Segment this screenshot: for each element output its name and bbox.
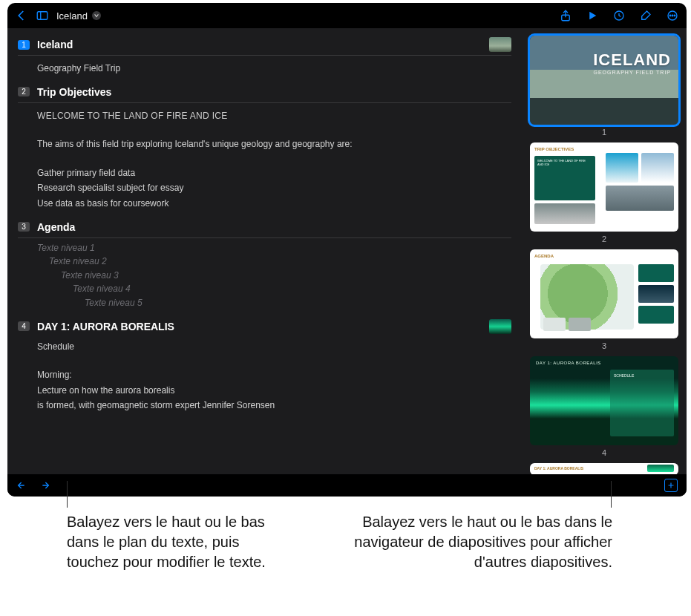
- thumb-line: WELCOME TO THE LAND OF FIRE AND ICE: [534, 156, 595, 169]
- nav-slide-number: 2: [602, 235, 606, 243]
- outline-body-line[interactable]: Lecture on how the aurora borealis: [37, 384, 511, 398]
- svg-marker-3: [589, 12, 596, 20]
- outline-body-line[interactable]: Morning:: [37, 368, 511, 382]
- outline-body-line[interactable]: Gather primary field data: [37, 166, 511, 180]
- callout-right: Balayez vers le haut ou le bas dans le n…: [330, 512, 612, 572]
- slide-number-badge: 1: [18, 40, 30, 50]
- sidebar-icon[interactable]: [36, 9, 49, 22]
- document-title-text: Iceland: [56, 10, 88, 22]
- slide-title[interactable]: DAY 1: AURORA BOREALIS: [37, 321, 174, 332]
- thumb-subtitle: GEOGRAPHY FIELD TRIP: [593, 70, 671, 75]
- svg-point-6: [669, 15, 671, 16]
- play-icon[interactable]: [586, 9, 599, 22]
- nav-slide-number: 4: [602, 448, 606, 457]
- toolbar: Iceland: [7, 3, 687, 28]
- outline-slide-3[interactable]: 3 Agenda Texte niveau 1 Texte niveau 2 T…: [18, 221, 511, 310]
- outline-slide-2[interactable]: 2 Trip Objectives WELCOME TO THE LAND OF…: [18, 86, 511, 211]
- outline-body-line[interactable]: Research specialist subject for essay: [37, 181, 511, 195]
- nav-slide-5[interactable]: DAY 1: AURORA BOREALIS: [529, 463, 679, 474]
- add-slide-button[interactable]: [664, 479, 678, 492]
- bottom-bar: [7, 474, 687, 497]
- outline-body-line[interactable]: Schedule: [37, 340, 511, 354]
- outline-body-line[interactable]: WELCOME TO THE LAND OF FIRE AND ICE: [37, 109, 511, 123]
- placeholder-level-4[interactable]: Texte niveau 4: [37, 282, 511, 296]
- nav-thumb[interactable]: TRIP OBJECTIVES WELCOME TO THE LAND OF F…: [530, 142, 678, 232]
- thumb-title: TRIP OBJECTIVES: [534, 147, 674, 151]
- slide-number-badge: 3: [18, 222, 30, 232]
- outline-body-line[interactable]: Use data as basis for coursework: [37, 197, 511, 211]
- nav-slide-3[interactable]: AGENDA 3: [529, 249, 679, 350]
- slide-navigator[interactable]: ICELAND GEOGRAPHY FIELD TRIP 1 TRIP OBJE…: [522, 28, 687, 474]
- nav-thumb[interactable]: DAY 1: AURORA BOREALIS SCHEDULE: [530, 356, 678, 445]
- outline-slide-1[interactable]: 1 Iceland Geography Field Trip: [18, 39, 511, 76]
- placeholder-level-1[interactable]: Texte niveau 1: [37, 241, 511, 255]
- slide-title[interactable]: Agenda: [37, 221, 75, 233]
- document-title[interactable]: Iceland: [56, 10, 101, 22]
- placeholder-level-2[interactable]: Texte niveau 2: [37, 255, 511, 269]
- callout-connector: [611, 481, 612, 508]
- slide-thumb-tiny: [489, 319, 511, 334]
- thumb-title: ICELAND: [593, 50, 671, 70]
- indent-icon[interactable]: [39, 479, 50, 491]
- slide-number-badge: 4: [18, 321, 30, 331]
- placeholder-level-3[interactable]: Texte niveau 3: [37, 269, 511, 283]
- outline-slide-4[interactable]: 4 DAY 1: AURORA BOREALIS Schedule Mornin…: [18, 321, 511, 413]
- back-icon[interactable]: [15, 9, 28, 22]
- nav-thumb[interactable]: DAY 1: AURORA BOREALIS: [530, 463, 678, 474]
- history-icon[interactable]: [612, 9, 626, 22]
- outdent-icon[interactable]: [16, 479, 28, 491]
- nav-thumb[interactable]: ICELAND GEOGRAPHY FIELD TRIP: [530, 36, 678, 125]
- thumb-title: DAY 1: AURORA BOREALIS: [536, 361, 601, 365]
- svg-point-8: [674, 15, 675, 16]
- main-area: 1 Iceland Geography Field Trip 2 Trip Ob…: [7, 28, 687, 474]
- nav-thumb[interactable]: AGENDA: [530, 249, 678, 338]
- slide-title[interactable]: Iceland: [37, 39, 73, 50]
- brush-icon[interactable]: [639, 9, 652, 22]
- thumb-panel-title: SCHEDULE: [610, 370, 674, 381]
- thumb-title: AGENDA: [534, 254, 554, 258]
- callout-left: Balayez vers le haut ou le bas dans le p…: [67, 512, 275, 572]
- slide-subtitle[interactable]: Geography Field Trip: [37, 62, 511, 76]
- thumb-title: DAY 1: AURORA BOREALIS: [534, 466, 583, 471]
- callout-connector: [67, 481, 68, 508]
- nav-slide-4[interactable]: DAY 1: AURORA BOREALIS SCHEDULE 4: [529, 356, 679, 457]
- slide-number-badge: 2: [18, 87, 30, 96]
- nav-slide-2[interactable]: TRIP OBJECTIVES WELCOME TO THE LAND OF F…: [529, 142, 679, 243]
- svg-point-7: [672, 15, 673, 16]
- outline-panel[interactable]: 1 Iceland Geography Field Trip 2 Trip Ob…: [7, 28, 522, 474]
- share-icon[interactable]: [559, 9, 572, 22]
- nav-slide-number: 3: [602, 341, 606, 350]
- outline-body-line[interactable]: The aims of this field trip exploring Ic…: [37, 137, 511, 151]
- nav-slide-number: 1: [602, 128, 606, 137]
- slide-thumb-tiny: [489, 37, 511, 52]
- nav-slide-1[interactable]: ICELAND GEOGRAPHY FIELD TRIP 1: [529, 36, 679, 137]
- slide-title[interactable]: Trip Objectives: [37, 86, 111, 98]
- svg-rect-0: [37, 12, 48, 20]
- more-icon[interactable]: [666, 9, 679, 22]
- placeholder-level-5[interactable]: Texte niveau 5: [37, 296, 511, 310]
- outline-body-line[interactable]: is formed, with geomagnetic storm expert…: [37, 399, 511, 413]
- chevron-down-icon: [92, 11, 101, 20]
- app-window: Iceland 1: [7, 3, 687, 497]
